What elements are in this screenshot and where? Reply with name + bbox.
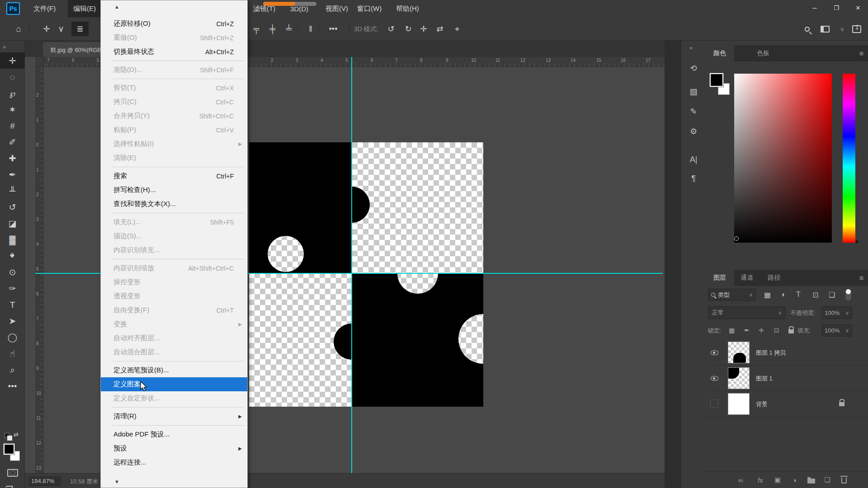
hand-tool[interactable]: ☝ xyxy=(0,345,25,361)
layer-row[interactable]: 图层 1 xyxy=(705,366,868,391)
layer-mask-icon[interactable]: ▣ xyxy=(772,475,783,484)
lock-artboard-icon[interactable]: ⊡ xyxy=(774,327,779,334)
history-panel-icon[interactable]: ⟲ xyxy=(681,61,706,76)
chevron-down-icon[interactable]: ∨ xyxy=(835,22,849,36)
zoom-tool[interactable]: ⌕ xyxy=(0,361,25,378)
remote-connections[interactable]: 远程连接... xyxy=(101,455,247,469)
puppet-warp[interactable]: 操控变形 xyxy=(101,275,247,289)
foreground-color-swatch[interactable] xyxy=(710,73,723,87)
layer-thumbnail[interactable] xyxy=(728,393,750,415)
swap-colors-icon[interactable]: ⇄ xyxy=(4,431,22,441)
clear[interactable]: 清除(E) xyxy=(101,151,247,165)
define-pattern[interactable]: 定义图案... xyxy=(101,377,247,391)
document-canvas[interactable] xyxy=(249,142,483,407)
properties-panel-icon[interactable]: ▧ xyxy=(681,84,706,99)
3d-pan-icon[interactable]: ✛ xyxy=(417,22,430,36)
fill-dropdown[interactable]: 100% ∨ xyxy=(821,324,852,337)
menu-scroll-down-icon[interactable]: ▼ xyxy=(114,479,119,484)
align-center-icon[interactable]: ╪ xyxy=(266,22,279,36)
fill[interactable]: 填充(L)... Shift+F5 xyxy=(101,215,247,229)
adjustment-layer-icon[interactable]: ◑ xyxy=(789,475,800,484)
free-transform[interactable]: 自由变换(F) Ctrl+T xyxy=(101,303,247,317)
perspective-warp[interactable]: 透视变形 xyxy=(101,289,247,303)
brush-tool[interactable]: ✒ xyxy=(0,166,25,183)
tab-color[interactable]: 颜色 xyxy=(705,45,734,61)
adjustments-panel-icon[interactable]: ⚙ xyxy=(681,124,706,139)
menu-file[interactable]: 文件(F) xyxy=(28,0,61,17)
undo-nudge[interactable]: 还原轻移(O) Ctrl+Z xyxy=(101,17,247,31)
more-options-icon[interactable]: ••• xyxy=(326,22,340,36)
color-picker-indicator[interactable] xyxy=(734,236,739,241)
adobe-pdf-presets[interactable]: Adobe PDF 预设... xyxy=(101,427,247,441)
lock-all-icon[interactable] xyxy=(788,329,794,333)
blend-mode-dropdown[interactable]: 正常 ∨ xyxy=(708,306,786,319)
opacity-dropdown[interactable]: 100% ∨ xyxy=(821,306,852,319)
layer-style-icon[interactable]: fx xyxy=(755,475,766,484)
workspace-icon[interactable] xyxy=(818,22,832,36)
eraser-tool[interactable]: ◪ xyxy=(0,215,25,231)
home-icon[interactable]: ⌂ xyxy=(12,22,25,36)
move-tool[interactable]: ✛ xyxy=(0,52,25,69)
healing-brush-tool[interactable]: ✚ xyxy=(0,150,25,166)
layer-visibility-toggle[interactable] xyxy=(710,399,718,408)
redo[interactable]: 重做(O) Shift+Ctrl+Z xyxy=(101,31,247,45)
search[interactable]: 搜索 Ctrl+F xyxy=(101,169,247,183)
purge[interactable]: 清理(R) ▶ xyxy=(101,409,247,423)
lock-pixels-icon[interactable]: ✒ xyxy=(744,327,750,334)
vertical-ruler[interactable]: 21012345678910111213 xyxy=(35,67,43,473)
layer-visibility-toggle[interactable] xyxy=(709,348,720,357)
filter-adjustment-icon[interactable]: ◑ xyxy=(780,291,785,299)
hue-slider[interactable] xyxy=(843,74,855,243)
filter-pixel-icon[interactable]: ▦ xyxy=(764,291,771,299)
quick-mask-icon[interactable] xyxy=(7,469,18,477)
fade[interactable]: 渐隐(D)... Shift+Ctrl+F xyxy=(101,63,247,77)
check-spelling[interactable]: 拼写检查(H)... xyxy=(101,183,247,197)
magic-wand-tool[interactable]: ✶ xyxy=(0,101,25,117)
lock-transparent-icon[interactable]: ▦ xyxy=(729,327,735,334)
pen-tool[interactable]: ✑ xyxy=(0,280,25,296)
new-layer-icon[interactable]: ❏ xyxy=(822,475,833,484)
restore-button[interactable]: ❐ xyxy=(826,0,846,15)
path-select-tool[interactable]: ➤ xyxy=(0,313,25,329)
stroke[interactable]: 描边(S)... xyxy=(101,229,247,243)
3d-orbit-icon[interactable]: ↺ xyxy=(384,22,398,36)
3d-roll-icon[interactable]: ↻ xyxy=(401,22,415,36)
presets[interactable]: 预设 ▶ xyxy=(101,441,247,455)
toolbar-collapse-icon[interactable]: » xyxy=(3,43,6,50)
delete-layer-icon[interactable] xyxy=(839,475,849,484)
define-brush-preset[interactable]: 定义画笔预设(B)... xyxy=(101,363,247,377)
paragraph-panel-icon[interactable]: ¶ xyxy=(681,171,706,186)
chevron-down-icon[interactable]: ∨ xyxy=(54,22,68,36)
3d-slide-icon[interactable]: ⇄ xyxy=(433,22,447,36)
content-aware-scale[interactable]: 内容识别缩放 Alt+Shift+Ctrl+C xyxy=(101,261,247,275)
content-aware-fill[interactable]: 内容识别填充... xyxy=(101,243,247,257)
clone-stamp-tool[interactable]: ╨ xyxy=(0,183,25,199)
distribute-icon[interactable]: ‖ xyxy=(304,22,317,36)
align-bottom-icon[interactable]: ╧ xyxy=(282,22,296,36)
move-tool-icon[interactable]: ✛ xyxy=(40,22,53,36)
filter-type-icon[interactable]: T xyxy=(796,291,801,299)
menu-edit[interactable]: 编辑(E) xyxy=(68,0,101,17)
paste-special[interactable]: 选择性粘贴(I) ▶ xyxy=(101,137,247,151)
vertical-guide[interactable] xyxy=(351,57,352,473)
auto-align-layers[interactable]: 自动对齐图层... xyxy=(101,331,247,345)
expand-panels-icon[interactable]: « xyxy=(689,44,693,51)
crop-tool[interactable]: # xyxy=(0,117,25,134)
saturation-brightness-picker[interactable] xyxy=(734,74,832,243)
history-brush-tool[interactable]: ↺ xyxy=(0,199,25,215)
search-icon[interactable] xyxy=(800,22,814,36)
layer-thumbnail[interactable] xyxy=(728,367,750,389)
find-replace-text[interactable]: 查找和替换文本(X)... xyxy=(101,197,247,211)
3d-camera-icon[interactable]: ⌖ xyxy=(450,22,464,36)
menu-window[interactable]: 窗口(W) xyxy=(352,0,387,17)
lock-position-icon[interactable]: ✛ xyxy=(759,327,764,334)
gradient-tool[interactable]: ▓ xyxy=(0,231,25,248)
lasso-tool[interactable]: ℘ xyxy=(0,85,25,101)
filter-toggle[interactable] xyxy=(845,289,851,300)
minimize-button[interactable]: ─ xyxy=(805,0,825,15)
share-icon[interactable] xyxy=(850,22,863,36)
copy-merged[interactable]: 合并拷贝(Y) Shift+Ctrl+C xyxy=(101,109,247,123)
hue-slider-handle[interactable] xyxy=(856,239,859,244)
eyedropper-tool[interactable]: ✐ xyxy=(0,134,25,150)
tab-channels[interactable]: 通道 xyxy=(732,270,761,286)
